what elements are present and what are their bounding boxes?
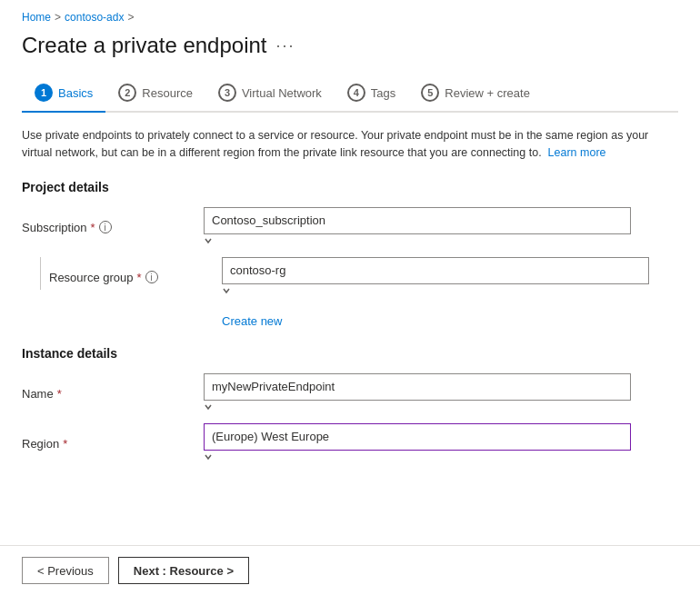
- step-circle-3: 3: [218, 84, 236, 102]
- more-options-icon[interactable]: ···: [276, 36, 295, 55]
- step-resource[interactable]: 2 Resource: [105, 76, 205, 111]
- step-review-create[interactable]: 5 Review + create: [408, 76, 543, 111]
- page-title: Create a private endpoint: [22, 33, 267, 58]
- resource-group-label: Resource group * i: [40, 271, 222, 284]
- step-label-review: Review + create: [445, 86, 530, 100]
- name-label: Name *: [22, 387, 204, 401]
- learn-more-link[interactable]: Learn more: [548, 146, 606, 159]
- resource-group-required: *: [137, 271, 142, 284]
- resource-group-row: Resource group * i contoso-rg: [40, 257, 678, 298]
- subscription-info-icon[interactable]: i: [99, 221, 112, 233]
- step-label-resource: Resource: [142, 86, 193, 100]
- step-label-vnet: Virtual Network: [242, 86, 322, 100]
- previous-button[interactable]: < Previous: [22, 557, 109, 584]
- subscription-chevron-icon: [204, 236, 213, 245]
- name-row: Name * myNewPrivateEndpoint: [22, 373, 678, 414]
- breadcrumb-sep1: >: [55, 11, 61, 24]
- next-button[interactable]: Next : Resource >: [118, 557, 249, 584]
- region-chevron-icon: [204, 452, 213, 461]
- subscription-select[interactable]: Contoso_subscription: [204, 207, 631, 234]
- footer: < Previous Next : Resource >: [0, 545, 700, 595]
- name-select[interactable]: myNewPrivateEndpoint: [204, 373, 631, 401]
- subscription-required: *: [91, 221, 95, 234]
- step-circle-4: 4: [347, 84, 365, 102]
- resource-group-select-wrapper: contoso-rg: [222, 257, 649, 298]
- subscription-label: Subscription * i: [22, 221, 204, 234]
- region-select-wrapper: (Europe) West Europe: [204, 423, 631, 464]
- breadcrumb-home[interactable]: Home: [22, 11, 51, 24]
- breadcrumb-sep2: >: [127, 11, 134, 24]
- step-label-basics: Basics: [58, 86, 93, 100]
- instance-details-title: Instance details: [22, 346, 678, 361]
- resource-group-select[interactable]: contoso-rg: [222, 257, 649, 284]
- step-basics[interactable]: 1 Basics: [22, 76, 105, 113]
- step-circle-1: 1: [35, 84, 53, 102]
- step-circle-5: 5: [421, 84, 439, 102]
- step-tags[interactable]: 4 Tags: [335, 76, 408, 111]
- breadcrumb-resource[interactable]: contoso-adx: [65, 11, 124, 24]
- name-select-wrapper: myNewPrivateEndpoint: [204, 373, 631, 414]
- name-required: *: [57, 387, 62, 401]
- subscription-select-wrapper: Contoso_subscription: [204, 207, 631, 248]
- region-select[interactable]: (Europe) West Europe: [204, 423, 631, 451]
- wizard-steps: 1 Basics 2 Resource 3 Virtual Network 4 …: [22, 76, 678, 113]
- name-chevron-icon: [204, 402, 213, 412]
- step-label-tags: Tags: [371, 86, 395, 100]
- region-row: Region * (Europe) West Europe: [22, 423, 678, 464]
- info-banner: Use private endpoints to privately conne…: [22, 127, 676, 162]
- create-new-link[interactable]: Create new: [222, 314, 282, 328]
- step-virtual-network[interactable]: 3 Virtual Network: [205, 76, 335, 111]
- subscription-row: Subscription * i Contoso_subscription: [22, 207, 678, 248]
- region-required: *: [63, 437, 67, 451]
- project-details-section: Project details Subscription * i Contoso…: [22, 180, 678, 328]
- step-circle-2: 2: [118, 84, 136, 102]
- resource-group-chevron-icon: [222, 286, 231, 295]
- region-label: Region *: [22, 437, 204, 451]
- project-details-title: Project details: [22, 180, 678, 194]
- instance-details-section: Instance details Name * myNewPrivateEndp…: [22, 346, 678, 464]
- resource-group-info-icon[interactable]: i: [145, 271, 158, 283]
- breadcrumb: Home > contoso-adx >: [22, 11, 678, 24]
